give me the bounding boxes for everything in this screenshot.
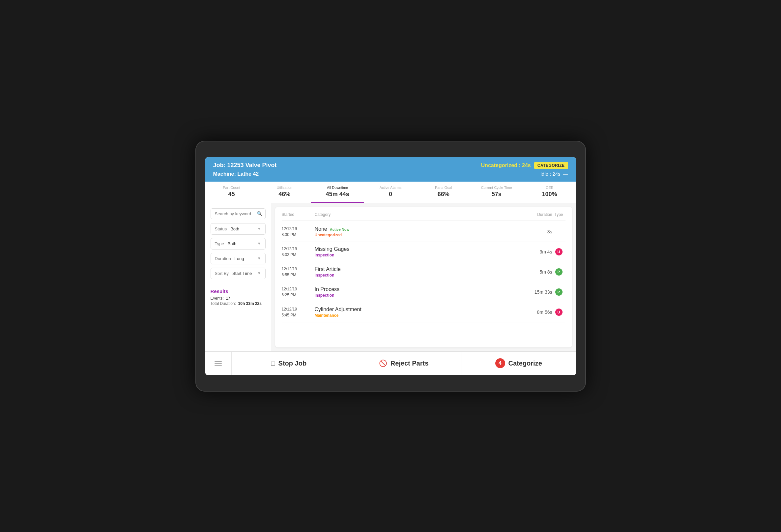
- type-badge: P: [555, 288, 563, 296]
- event-name-row: In Process: [315, 286, 526, 293]
- duration-filter-label: Duration Long: [215, 256, 244, 261]
- event-category: None Active Now Uncategorized: [315, 226, 526, 237]
- event-started: 12/12/19 8:03 PM: [282, 246, 315, 258]
- event-subcategory: Uncategorized: [315, 233, 526, 237]
- stop-job-button[interactable]: □ Stop Job: [232, 352, 347, 375]
- event-category: First Article Inspection: [315, 266, 526, 278]
- results-duration: Total Duration: 10h 33m 22s: [211, 301, 265, 306]
- chevron-down-icon: ▼: [257, 271, 261, 276]
- stat-utilization-label: Utilization: [261, 186, 308, 190]
- idle-dash: —: [563, 171, 568, 177]
- status-filter[interactable]: Status Both ▼: [211, 223, 265, 235]
- event-started: 12/12/19 6:25 PM: [282, 286, 315, 298]
- event-date: 12/12/19: [282, 226, 315, 232]
- search-icon: 🔍: [257, 211, 262, 216]
- event-started: 12/12/19 6:55 PM: [282, 266, 315, 278]
- stat-part-count[interactable]: Part Count 45: [205, 181, 258, 203]
- duration-filter[interactable]: Duration Long ▼: [211, 253, 265, 264]
- stat-all-downtime-label: All Downtime: [314, 186, 361, 190]
- main-content: 🔍 Status Both ▼ Type Both: [205, 203, 576, 352]
- job-title: Job: 12253 Valve Pivot: [213, 162, 277, 169]
- status-filter-label: Status Both: [215, 227, 239, 232]
- event-type: U: [552, 309, 566, 316]
- event-subcategory: Inspection: [315, 253, 526, 257]
- event-time: 5:45 PM: [282, 312, 315, 318]
- menu-button[interactable]: [205, 352, 232, 375]
- col-header-type: Type: [552, 212, 566, 217]
- stat-active-alarms[interactable]: Active Alarms 0: [364, 181, 417, 203]
- event-date: 12/12/19: [282, 286, 315, 292]
- event-category: In Process Inspection: [315, 286, 526, 298]
- categorize-button[interactable]: 4 Categorize: [461, 352, 576, 375]
- col-header-started: Started: [282, 212, 315, 217]
- header: Job: 12253 Valve Pivot Uncategorized : 2…: [205, 157, 576, 181]
- stat-all-downtime-value: 45m 44s: [314, 191, 361, 198]
- event-type: P: [552, 288, 566, 296]
- event-name: In Process: [315, 286, 340, 292]
- stat-parts-goal[interactable]: Parts Goal 66%: [417, 181, 470, 203]
- event-row[interactable]: 12/12/19 5:45 PM Cylinder Adjustment Mai…: [282, 302, 566, 322]
- stat-part-count-label: Part Count: [208, 186, 255, 190]
- stat-oee-value: 100%: [526, 191, 573, 198]
- stats-bar: Part Count 45 Utilization 46% All Downti…: [205, 181, 576, 203]
- type-filter[interactable]: Type Both ▼: [211, 238, 265, 249]
- event-name-row: Cylinder Adjustment: [315, 306, 526, 313]
- events-list-header: Started Category Duration Type: [282, 212, 566, 220]
- event-date: 12/12/19: [282, 306, 315, 312]
- type-badge: U: [555, 309, 563, 316]
- stat-parts-goal-value: 66%: [420, 191, 467, 198]
- stat-parts-goal-label: Parts Goal: [420, 186, 467, 190]
- event-subcategory: Inspection: [315, 273, 526, 278]
- col-header-category: Category: [315, 212, 526, 217]
- machine-label: Machine: Lathe 42: [213, 171, 259, 177]
- event-category: Missing Gages Inspection: [315, 246, 526, 257]
- event-row[interactable]: 12/12/19 8:30 PM None Active Now Uncateg…: [282, 222, 566, 242]
- hamburger-icon: [214, 361, 222, 366]
- bottom-bar: □ Stop Job 🚫 Reject Parts 4 Categorize: [205, 352, 576, 375]
- categorize-count-badge: 4: [495, 358, 505, 368]
- stat-active-alarms-value: 0: [367, 191, 414, 198]
- stat-active-alarms-label: Active Alarms: [367, 186, 414, 190]
- chevron-down-icon: ▼: [257, 241, 261, 246]
- stat-oee-label: OEE: [526, 186, 573, 190]
- uncategorized-label: Uncategorized : 24s: [481, 163, 531, 168]
- event-name-row: First Article: [315, 266, 526, 273]
- type-badge: P: [555, 268, 563, 276]
- type-badge: U: [555, 248, 563, 255]
- event-row[interactable]: 12/12/19 6:55 PM First Article Inspectio…: [282, 262, 566, 282]
- chevron-down-icon: ▼: [257, 256, 261, 261]
- event-time: 6:25 PM: [282, 292, 315, 298]
- event-row[interactable]: 12/12/19 6:25 PM In Process Inspection 1…: [282, 282, 566, 302]
- event-started: 12/12/19 8:30 PM: [282, 226, 315, 238]
- event-type: P: [552, 268, 566, 276]
- event-date: 12/12/19: [282, 266, 315, 272]
- event-name: Cylinder Adjustment: [315, 306, 362, 313]
- event-name: First Article: [315, 266, 341, 272]
- stat-utilization-value: 46%: [261, 191, 308, 198]
- stop-job-icon: □: [271, 360, 275, 367]
- event-time: 6:55 PM: [282, 272, 315, 278]
- event-name: Missing Gages: [315, 246, 350, 252]
- results-section: Results Events: 17 Total Duration: 10h 3…: [211, 284, 265, 306]
- tablet-screen: Job: 12253 Valve Pivot Uncategorized : 2…: [205, 157, 576, 375]
- categorize-header-button[interactable]: CATEGORIZE: [534, 162, 568, 169]
- sort-filter[interactable]: Sort By Start Time ▼: [211, 268, 265, 279]
- chevron-down-icon: ▼: [257, 227, 261, 231]
- idle-label: Idle : 24s: [540, 171, 561, 177]
- reject-parts-button[interactable]: 🚫 Reject Parts: [346, 352, 461, 375]
- stat-all-downtime[interactable]: All Downtime 45m 44s: [311, 181, 364, 203]
- event-row[interactable]: 12/12/19 8:03 PM Missing Gages Inspectio…: [282, 242, 566, 262]
- event-time: 8:03 PM: [282, 252, 315, 258]
- event-type: U: [552, 248, 566, 255]
- sort-filter-label: Sort By Start Time: [215, 271, 252, 276]
- stat-cycle-time[interactable]: Current Cycle Time 57s: [470, 181, 523, 203]
- event-duration: 15m 33s: [526, 289, 552, 295]
- event-duration: 5m 8s: [526, 269, 552, 275]
- search-box: 🔍: [211, 208, 265, 219]
- active-now-badge: Active Now: [330, 228, 349, 232]
- stop-job-label: Stop Job: [279, 360, 307, 367]
- stat-part-count-value: 45: [208, 191, 255, 198]
- stat-oee[interactable]: OEE 100%: [523, 181, 576, 203]
- event-started: 12/12/19 5:45 PM: [282, 306, 315, 318]
- stat-utilization[interactable]: Utilization 46%: [258, 181, 311, 203]
